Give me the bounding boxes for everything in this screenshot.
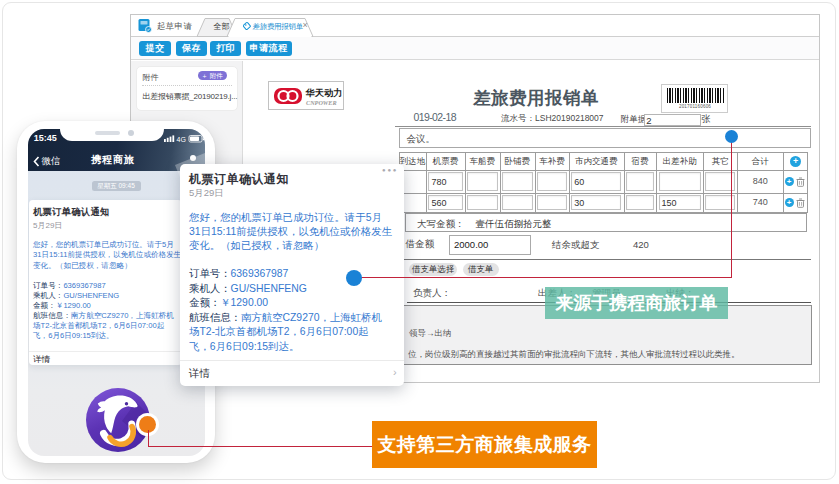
svg-text:华天动力: 华天动力 [304, 88, 342, 98]
svg-text:CNPOWER: CNPOWER [306, 99, 337, 106]
svg-text:4G: 4G [176, 136, 185, 143]
